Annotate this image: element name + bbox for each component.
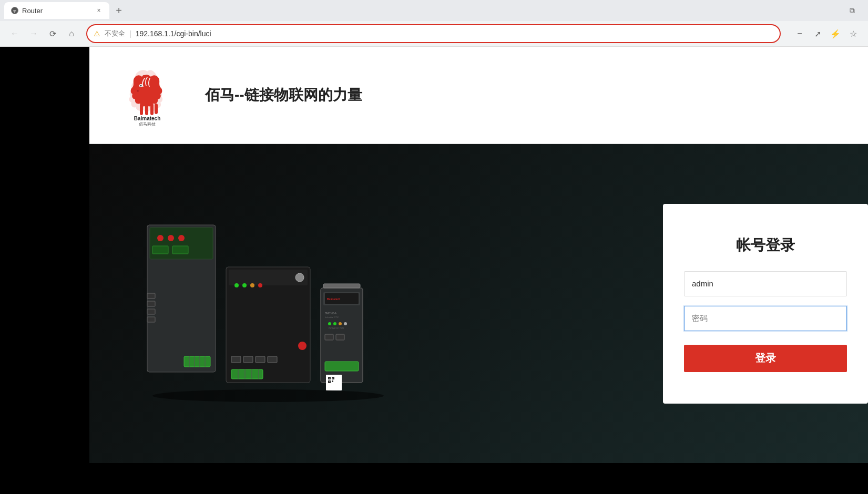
- svg-rect-18: [172, 246, 188, 254]
- svg-rect-20: [147, 301, 155, 306]
- left-sidebar: [0, 47, 89, 494]
- tab-title: Router: [22, 7, 43, 15]
- svg-rect-17: [152, 246, 168, 254]
- svg-rect-39: [231, 369, 263, 379]
- security-warning-icon: ⚠: [94, 29, 100, 38]
- svg-rect-22: [147, 317, 155, 322]
- zoom-out-button[interactable]: −: [791, 25, 808, 42]
- svg-rect-66: [332, 378, 333, 378]
- svg-text:PWR AC DC PWR: PWR AC DC PWR: [329, 327, 344, 330]
- svg-text:Industrial DTU: Industrial DTU: [325, 316, 339, 318]
- brand-logo-image: Baimatech 佰马科技: [116, 64, 179, 127]
- svg-point-52: [333, 322, 336, 325]
- svg-point-44: [298, 342, 307, 350]
- svg-rect-35: [243, 356, 253, 363]
- svg-rect-64: [332, 380, 333, 382]
- lightning-button[interactable]: ⚡: [827, 25, 844, 42]
- username-input[interactable]: [684, 271, 847, 296]
- login-card: 帐号登录 登录: [663, 204, 868, 404]
- svg-point-14: [157, 235, 164, 241]
- site-header: Baimatech 佰马科技 佰马--链接物联网的力量: [89, 47, 868, 144]
- svg-rect-62: [332, 377, 334, 379]
- bottom-bar: [89, 463, 868, 494]
- security-label: 不安全: [105, 29, 125, 38]
- login-button[interactable]: 登录: [684, 345, 847, 372]
- browser-chrome: Router × + ⧉ ← → ⟳ ⌂ ⚠ 不安全 | 192.168.1.1…: [0, 0, 868, 47]
- svg-rect-5: [140, 104, 143, 115]
- active-tab[interactable]: Router ×: [4, 2, 109, 19]
- reload-button[interactable]: ⟳: [44, 25, 61, 42]
- svg-rect-19: [147, 293, 155, 299]
- share-button[interactable]: ➚: [809, 25, 826, 42]
- toolbar-right: − ➚ ⚡ ☆: [791, 25, 862, 42]
- svg-rect-56: [325, 334, 333, 340]
- svg-point-30: [234, 283, 239, 287]
- password-input[interactable]: [684, 306, 847, 331]
- address-separator: |: [129, 29, 131, 38]
- login-title: 帐号登录: [736, 235, 795, 255]
- address-bar[interactable]: ⚠ 不安全 | 192.168.1.1/cgi-bin/luci: [86, 24, 781, 43]
- window-controls: ⧉: [845, 3, 864, 18]
- svg-point-15: [168, 235, 174, 241]
- svg-rect-7: [150, 104, 154, 115]
- svg-rect-68: [323, 284, 360, 288]
- bookmark-button[interactable]: ☆: [845, 25, 862, 42]
- svg-rect-67: [329, 382, 330, 382]
- svg-rect-23: [184, 356, 210, 367]
- url-text[interactable]: 192.168.1.1/cgi-bin/luci: [136, 29, 773, 38]
- tile-window-button[interactable]: ⧉: [845, 3, 860, 18]
- toolbar: ← → ⟳ ⌂ ⚠ 不安全 | 192.168.1.1/cgi-bin/luci…: [0, 21, 868, 46]
- svg-point-3: [140, 85, 142, 86]
- product-image: Baimatech BMD100-A Industrial DTU PWR AC…: [142, 204, 394, 404]
- svg-point-54: [344, 322, 347, 325]
- svg-text:佰马科技: 佰马科技: [139, 122, 156, 127]
- svg-point-16: [178, 235, 185, 241]
- svg-point-51: [328, 322, 331, 325]
- svg-text:Baimatech: Baimatech: [134, 116, 161, 121]
- svg-rect-36: [256, 356, 265, 363]
- svg-point-4: [137, 90, 139, 91]
- svg-rect-13: [150, 228, 213, 259]
- svg-point-33: [258, 283, 262, 287]
- svg-text:Baimatech: Baimatech: [327, 297, 340, 301]
- svg-point-53: [339, 322, 342, 325]
- dark-content: Baimatech BMD100-A Industrial DTU PWR AC…: [89, 144, 868, 463]
- tab-favicon: [11, 6, 19, 15]
- forward-button[interactable]: →: [25, 25, 42, 42]
- login-form: 登录: [684, 271, 847, 372]
- svg-point-32: [250, 283, 254, 287]
- tab-bar: Router × + ⧉: [0, 0, 868, 21]
- svg-rect-37: [268, 356, 277, 363]
- svg-rect-21: [147, 309, 155, 314]
- svg-rect-34: [231, 356, 241, 363]
- page-layout: Baimatech 佰马科技 佰马--链接物联网的力量: [0, 47, 868, 494]
- tab-close-button[interactable]: ×: [95, 6, 103, 15]
- right-section: Baimatech 佰马科技 佰马--链接物联网的力量: [89, 47, 868, 494]
- svg-rect-8: [155, 104, 158, 114]
- svg-point-69: [152, 389, 384, 402]
- svg-rect-65: [329, 378, 330, 378]
- svg-point-38: [295, 273, 304, 282]
- new-tab-button[interactable]: +: [111, 3, 126, 18]
- svg-text:BMD100-A: BMD100-A: [325, 312, 336, 315]
- brand-tagline: 佰马--链接物联网的力量: [205, 85, 362, 105]
- brand-logo: Baimatech 佰马科技 佰马--链接物联网的力量: [116, 64, 362, 127]
- svg-point-31: [242, 283, 247, 287]
- svg-rect-6: [145, 104, 148, 115]
- svg-rect-57: [336, 334, 344, 340]
- back-button[interactable]: ←: [6, 25, 23, 42]
- svg-rect-58: [325, 362, 359, 371]
- svg-point-1: [14, 12, 15, 13]
- home-button[interactable]: ⌂: [63, 25, 80, 42]
